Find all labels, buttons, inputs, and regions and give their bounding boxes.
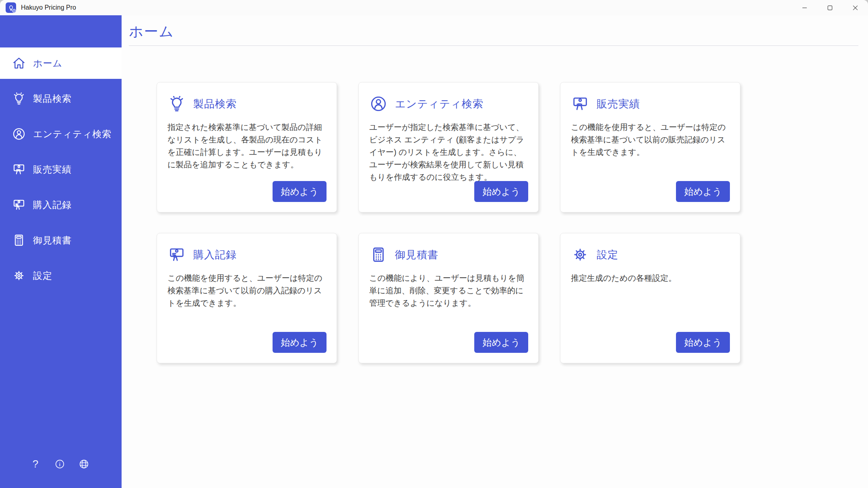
lightbulb-icon bbox=[11, 91, 27, 106]
sidebar-item-sales-records[interactable]: 販売実績 bbox=[0, 154, 122, 185]
header-divider bbox=[129, 45, 858, 46]
card-title: 製品検索 bbox=[193, 97, 237, 111]
card-description: この機能により、ユーザーは見積もりを簡単に追加、削除、変更することで効率的に管理… bbox=[369, 272, 528, 309]
card-title: 販売実績 bbox=[597, 97, 640, 111]
card-description: 指定された検索基準に基づいて製品の詳細なリストを生成し、各製品の現在のコストを正… bbox=[167, 121, 326, 171]
sidebar-item-label: 御見積書 bbox=[33, 234, 72, 247]
sidebar: ホーム 製品検索 エンティティ検索 販売実績 購入記録 御見積書 設定 ? bbox=[0, 15, 122, 488]
person-circle-icon bbox=[369, 95, 388, 113]
badge-hand-purchase-icon bbox=[167, 245, 186, 264]
sidebar-footer: ? bbox=[0, 458, 122, 488]
minimize-icon bbox=[802, 5, 807, 10]
feature-card-settings: 設定 推定生成のための各種設定。 始めよう bbox=[560, 233, 740, 363]
card-title: 設定 bbox=[597, 248, 618, 262]
window-controls bbox=[792, 0, 868, 15]
badge-hand-sales-icon bbox=[11, 162, 27, 177]
card-title: 購入記録 bbox=[193, 248, 237, 262]
help-icon: ? bbox=[33, 459, 38, 469]
card-title: 御見積書 bbox=[395, 248, 438, 262]
gear-icon bbox=[11, 268, 27, 283]
maximize-icon bbox=[827, 5, 833, 10]
card-description: ユーザーが指定した検索基準に基づいて、ビジネス エンティティ (顧客またはサプラ… bbox=[369, 121, 528, 183]
card-description: 推定生成のための各種設定。 bbox=[571, 272, 730, 284]
feature-cards-grid: 製品検索 指定された検索基準に基づいて製品の詳細なリストを生成し、各製品の現在の… bbox=[157, 82, 858, 363]
app-logo-badge-icon bbox=[12, 9, 16, 13]
badge-hand-sales-icon bbox=[571, 95, 589, 113]
sidebar-item-home[interactable]: ホーム bbox=[0, 47, 122, 79]
sidebar-item-label: 販売実績 bbox=[33, 163, 72, 176]
feature-card-purchase-records: 購入記録 この機能を使用すると、ユーザーは特定の検索基準に基づいて以前の購入記録… bbox=[157, 233, 337, 363]
feature-card-entity-search: エンティティ検索 ユーザーが指定した検索基準に基づいて、ビジネス エンティティ … bbox=[358, 82, 539, 212]
app-window: Hakuyo Pricing Pro ホーム 製品検索 エンティティ検索 販売実… bbox=[0, 0, 868, 488]
person-circle-icon bbox=[11, 126, 27, 142]
app-body: ホーム 製品検索 エンティティ検索 販売実績 購入記録 御見積書 設定 ? ホー… bbox=[0, 15, 868, 488]
maximize-button[interactable] bbox=[817, 0, 843, 15]
calculator-icon bbox=[11, 233, 27, 248]
minimize-button[interactable] bbox=[792, 0, 817, 15]
badge-hand-purchase-icon bbox=[11, 197, 27, 212]
titlebar-left: Hakuyo Pricing Pro bbox=[0, 2, 76, 13]
info-icon bbox=[54, 459, 65, 469]
language-button[interactable] bbox=[78, 458, 89, 469]
globe-icon bbox=[79, 459, 89, 469]
feature-card-quotes: 御見積書 この機能により、ユーザーは見積もりを簡単に追加、削除、変更することで効… bbox=[358, 233, 539, 363]
card-description: この機能を使用すると、ユーザーは特定の検索基準に基づいて以前の購入記録のリストを… bbox=[167, 272, 326, 309]
sidebar-item-label: 設定 bbox=[33, 270, 52, 282]
card-description: この機能を使用すると、ユーザーは特定の検索基準に基づいて以前の販売記録のリストを… bbox=[571, 121, 730, 159]
start-button-sales-records[interactable]: 始めよう bbox=[676, 181, 730, 202]
calculator-icon bbox=[369, 245, 388, 264]
sidebar-item-settings[interactable]: 設定 bbox=[0, 260, 122, 291]
home-icon bbox=[11, 56, 27, 71]
sidebar-item-entity-search[interactable]: エンティティ検索 bbox=[0, 118, 122, 150]
sidebar-item-label: ホーム bbox=[33, 57, 62, 70]
start-button-quotes[interactable]: 始めよう bbox=[474, 332, 528, 353]
sidebar-header-spacer bbox=[0, 15, 122, 47]
feature-card-product-search: 製品検索 指定された検索基準に基づいて製品の詳細なリストを生成し、各製品の現在の… bbox=[157, 82, 337, 212]
main-content: ホーム 製品検索 指定された検索基準に基づいて製品の詳細なリストを生成し、各製品… bbox=[122, 15, 868, 488]
start-button-product-search[interactable]: 始めよう bbox=[273, 181, 327, 202]
sidebar-item-label: エンティティ検索 bbox=[33, 128, 112, 140]
start-button-purchase-records[interactable]: 始めよう bbox=[273, 332, 327, 353]
card-title: エンティティ検索 bbox=[395, 97, 484, 111]
page-title: ホーム bbox=[129, 22, 858, 41]
start-button-settings[interactable]: 始めよう bbox=[676, 332, 730, 353]
start-button-entity-search[interactable]: 始めよう bbox=[474, 181, 528, 202]
close-button[interactable] bbox=[843, 0, 868, 15]
sidebar-item-label: 購入記録 bbox=[33, 199, 72, 211]
info-button[interactable] bbox=[54, 458, 65, 469]
titlebar: Hakuyo Pricing Pro bbox=[0, 0, 868, 15]
gear-icon bbox=[571, 245, 589, 264]
lightbulb-icon bbox=[167, 95, 186, 113]
help-button[interactable]: ? bbox=[30, 458, 41, 469]
feature-card-sales-records: 販売実績 この機能を使用すると、ユーザーは特定の検索基準に基づいて以前の販売記録… bbox=[560, 82, 740, 212]
window-title: Hakuyo Pricing Pro bbox=[21, 4, 76, 11]
sidebar-item-purchase-records[interactable]: 購入記録 bbox=[0, 189, 122, 220]
sidebar-item-label: 製品検索 bbox=[33, 93, 72, 105]
sidebar-item-quotes[interactable]: 御見積書 bbox=[0, 224, 122, 256]
sidebar-nav: ホーム 製品検索 エンティティ検索 販売実績 購入記録 御見積書 設定 bbox=[0, 47, 122, 295]
close-icon bbox=[853, 5, 858, 10]
sidebar-item-product-search[interactable]: 製品検索 bbox=[0, 83, 122, 114]
app-logo-lightbulb-icon bbox=[6, 2, 16, 13]
